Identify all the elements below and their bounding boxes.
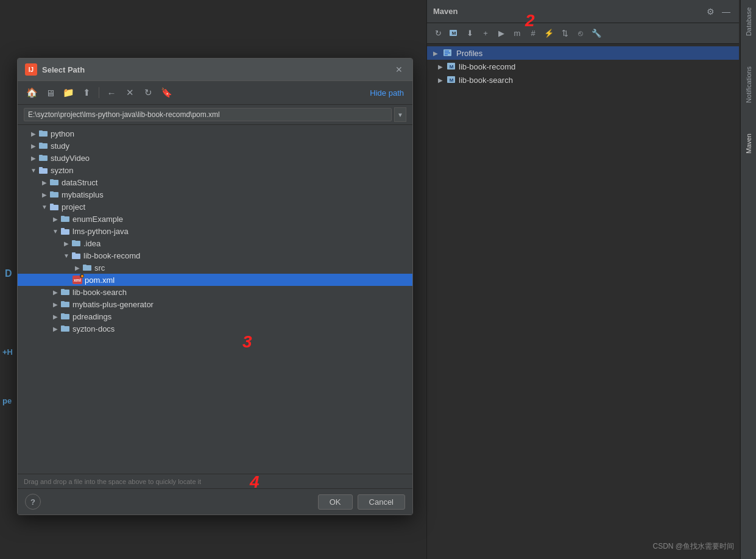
dialog-close-button[interactable]: ✕ [393,63,405,76]
tree-arrow: ▶ [40,177,49,187]
file-tree-item[interactable]: ▼lms-python-java [18,225,412,237]
svg-rect-38 [61,302,69,307]
file-tree-item[interactable]: ▼lib-book-recomd [18,249,412,262]
tree-arrow: ▶ [51,287,60,297]
maven-settings-icon[interactable]: ⚙ [704,5,717,18]
side-tab-notifications[interactable]: Notifications [743,62,755,108]
parent-folder-button[interactable]: ⬆ [79,85,94,101]
tree-item-label: mybatisplus [62,190,104,199]
maven-download-btn[interactable]: ⬇ [462,26,477,41]
file-tree-item[interactable]: ▼project [18,201,412,213]
dialog-footer-hint: Drag and drop a file into the space abov… [18,474,412,488]
tree-arrow: ▶ [29,141,38,151]
dialog-logo: IJ [25,63,37,76]
maven-wrench-btn[interactable]: 🔧 [589,26,604,41]
side-tab-database[interactable]: Database [743,2,755,41]
file-tree-item[interactable]: ▶.idea [18,237,412,249]
delete-button[interactable]: ✕ [122,85,138,101]
tree-item-label: enumExample [72,215,123,224]
folder-button[interactable]: 📁 [60,85,76,101]
svg-rect-15 [39,155,48,161]
maven-arrows-btn[interactable]: ⇅ [557,26,572,41]
svg-rect-19 [50,180,58,185]
maven-lib-book-recomd[interactable]: ▶ M lib-book-recomd [427,60,739,73]
side-tab-maven[interactable]: Maven [743,129,755,158]
maven-toolbar: ↻ M ⬇ + ▶ m # ⚡ ⇅ ⎋ 🔧 [427,23,739,44]
tree-item-label: pdreadings [72,312,111,321]
file-tree-item[interactable]: ▶pdreadings [18,310,412,322]
folder-icon [71,238,81,248]
maven-run-btn[interactable]: ▶ [494,26,509,41]
dialog-titlebar: IJ Select Path ✕ [18,59,412,81]
svg-rect-11 [39,131,48,137]
tree-arrow: ▶ [40,190,49,199]
file-tree-item[interactable]: ▶src [18,262,412,274]
maven-add-btn[interactable]: + [478,26,493,41]
svg-rect-13 [39,143,48,149]
tree-arrow: ▼ [62,251,71,260]
tree-arrow: ▼ [40,202,49,212]
help-button[interactable]: ? [25,494,41,510]
file-tree-item[interactable]: ▶mybatisplus [18,188,412,201]
tree-item-label: mybatis-plus-generator [72,300,154,309]
tree-arrow: ▼ [29,165,38,175]
file-tree-item[interactable]: ▶studyVideo [18,152,412,164]
tree-item-label: pom.xml [85,276,115,285]
tree-item-label: syzton [51,166,74,175]
folder-icon [49,177,59,187]
file-tree-item[interactable]: ▶python [18,127,412,140]
home-button[interactable]: 🏠 [24,85,40,101]
maven-header-icons: ⚙ — [704,5,733,18]
file-tree-item[interactable]: xmlpom.xml [18,274,412,286]
maven-title: Maven [433,7,457,16]
file-tree-item[interactable]: ▼syzton [18,164,412,176]
file-tree-item[interactable]: ▶enumExample [18,213,412,225]
tree-arrow: ▶ [51,299,60,309]
svg-rect-25 [61,216,69,222]
folder-open-icon [71,251,81,260]
hide-path-button[interactable]: Hide path [367,87,406,99]
folder-icon [38,153,48,163]
folder-open-icon [49,202,59,212]
maven-tree: ▶ Profiles ▶ M lib-book-recomd [427,44,739,559]
lib-book-recomd-arrow: ▶ [437,63,444,70]
maven-lightning-btn[interactable]: ⚡ [542,26,556,41]
file-tree-item[interactable]: ▶dataStruct [18,176,412,188]
maven-header: Maven ⚙ — [427,0,739,23]
file-tree-item[interactable]: ▶study [18,140,412,152]
folder-icon [60,299,70,309]
ok-button[interactable]: OK [318,494,353,510]
svg-rect-4 [445,52,450,54]
refresh-button[interactable]: ↻ [140,85,156,101]
dialog-actions: ? OK Cancel [18,488,412,514]
path-dropdown-button[interactable]: ▼ [394,107,406,122]
file-tree-item[interactable]: ▶mybatis-plus-generator [18,298,412,310]
cancel-button[interactable]: Cancel [358,494,405,510]
maven-m-btn[interactable]: m [510,26,525,41]
maven-add-project-btn[interactable]: M [447,26,461,41]
maven-link-btn[interactable]: ⎋ [573,26,588,41]
svg-rect-29 [72,241,80,246]
maven-minimize-icon[interactable]: — [719,5,733,18]
maven-panel: Maven ⚙ — ↻ M ⬇ + ▶ m # ⚡ ⇅ ⎋ 🔧 ▶ [426,0,739,559]
svg-rect-36 [61,290,69,295]
bookmark-button[interactable]: 🔖 [158,85,174,101]
tree-item-label: project [62,202,85,212]
svg-point-34 [81,275,83,277]
svg-rect-40 [61,314,69,319]
maven-profiles-item[interactable]: ▶ Profiles [427,46,739,60]
tree-item-label: syzton-docs [72,324,115,333]
tree-item-label: lib-book-search [72,288,127,297]
back-button[interactable]: ← [104,85,119,101]
desktop-button[interactable]: 🖥 [42,85,58,101]
profiles-label: Profiles [456,49,482,58]
file-tree-item[interactable]: ▶lib-book-search [18,286,412,298]
file-tree-item[interactable]: ▶syzton-docs [18,322,412,335]
path-input[interactable] [24,108,392,121]
maven-refresh-btn[interactable]: ↻ [431,26,445,41]
maven-hash-btn[interactable]: # [526,26,540,41]
maven-lib-book-search[interactable]: ▶ M lib-book-search [427,73,739,87]
svg-rect-27 [61,229,69,235]
svg-rect-23 [50,205,58,210]
tree-arrow: ▶ [29,129,38,138]
